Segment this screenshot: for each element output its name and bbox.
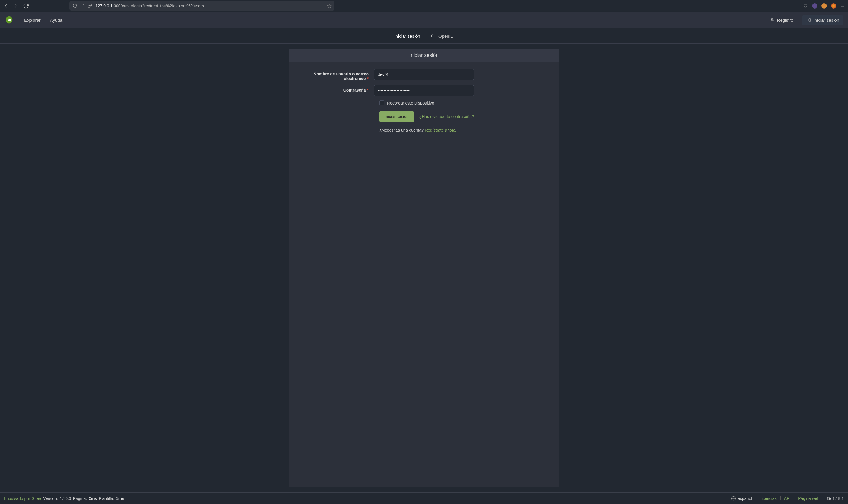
remember-label: Recordar este Dispositivo — [387, 101, 434, 105]
tab-login[interactable]: Iniciar sesión — [389, 30, 426, 43]
browser-toolbar: 127.0.0.1:3000/user/login?redirect_to=%2… — [0, 0, 848, 12]
register-now-link[interactable]: Regístrate ahora. — [425, 128, 457, 132]
username-label: Nombre de usuario o correo electrónico * — [297, 69, 374, 81]
footer-licencias-link[interactable]: Licencias — [759, 496, 776, 501]
back-button[interactable] — [3, 3, 9, 9]
nav-explorar[interactable]: Explorar — [19, 12, 46, 28]
address-bar[interactable]: 127.0.0.1:3000/user/login?redirect_to=%2… — [70, 1, 335, 11]
registro-label: Registro — [777, 18, 794, 23]
url-text: 127.0.0.1:3000/user/login?redirect_to=%2… — [95, 3, 324, 8]
bookmark-star-icon[interactable] — [327, 3, 331, 8]
extension-icon-explosion[interactable] — [831, 3, 836, 8]
footer-plantilla-value: 1ms — [116, 496, 124, 501]
forgot-password-link[interactable]: ¿Has olvidado tu contraseña? — [419, 114, 474, 119]
footer-divider — [794, 496, 794, 501]
forward-button[interactable] — [13, 3, 19, 9]
iniciar-sesion-button[interactable]: Iniciar sesión — [802, 15, 843, 25]
shield-icon — [72, 3, 77, 8]
reload-button[interactable] — [23, 3, 29, 9]
footer-version-value: 1.16.6 — [60, 496, 71, 501]
registro-button[interactable]: Registro — [766, 15, 797, 25]
password-input[interactable] — [374, 85, 474, 96]
login-panel-title: Iniciar sesión — [289, 49, 559, 62]
page-footer: Impulsado por Gitea Versión: 1.16.6 Pági… — [0, 492, 848, 504]
globe-icon — [731, 496, 736, 501]
username-input[interactable] — [374, 69, 474, 80]
register-prompt: ¿Necesitas una cuenta? Regístrate ahora. — [379, 128, 551, 132]
login-panel: Iniciar sesión Nombre de usuario o corre… — [289, 49, 559, 487]
password-label: Contraseña * — [297, 85, 374, 92]
svg-marker-0 — [327, 4, 331, 8]
document-icon — [80, 3, 85, 8]
svg-point-5 — [772, 18, 773, 20]
nav-ayuda[interactable]: Ayuda — [46, 12, 67, 28]
footer-go-version: Go1.18.1 — [827, 496, 844, 501]
footer-pagina-label: Página: — [73, 496, 87, 501]
iniciar-sesion-label: Iniciar sesión — [813, 18, 839, 23]
footer-api-link[interactable]: API — [784, 496, 791, 501]
menu-icon[interactable] — [840, 3, 845, 8]
tab-openid[interactable]: OpenID — [426, 29, 459, 43]
language-label: español — [738, 496, 752, 501]
pocket-icon[interactable] — [803, 3, 808, 8]
extension-icon-purple[interactable] — [812, 3, 817, 8]
page-header: Explorar Ayuda Registro Iniciar sesión — [0, 12, 848, 28]
footer-plantilla-label: Plantilla: — [98, 496, 114, 501]
extension-icon-cookie[interactable] — [822, 3, 827, 8]
main-content: Iniciar sesión Nombre de usuario o corre… — [0, 43, 848, 492]
footer-divider — [756, 496, 756, 501]
key-icon — [88, 3, 92, 8]
openid-icon — [431, 33, 436, 39]
footer-divider — [823, 496, 823, 501]
tab-openid-label: OpenID — [438, 34, 454, 39]
gitea-logo-icon[interactable] — [5, 16, 14, 24]
footer-gitea-link[interactable]: Impulsado por Gitea — [4, 496, 41, 501]
auth-tabs: Iniciar sesión OpenID — [0, 28, 848, 43]
footer-pagina-value: 2ms — [89, 496, 97, 501]
footer-version-label: Versión: — [43, 496, 58, 501]
remember-checkbox[interactable] — [379, 101, 384, 105]
language-selector[interactable]: español — [731, 496, 752, 501]
submit-button[interactable]: Iniciar sesión — [379, 111, 414, 122]
tab-login-label: Iniciar sesión — [394, 34, 420, 39]
footer-pagina-web-link[interactable]: Página web — [798, 496, 819, 501]
